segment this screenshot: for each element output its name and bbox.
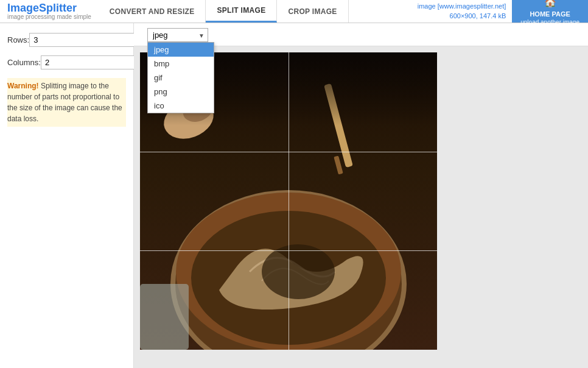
rows-field-row: Rows: [7, 33, 126, 47]
logo-title: ImageSplitter [7, 2, 91, 13]
grid-line-v1 [289, 52, 289, 350]
content-wrapper: jpeg bmp gif png ico ▼ jpeg bmp gif png … [134, 23, 588, 368]
header: ImageSplitter image processing made simp… [0, 0, 588, 23]
home-page-label: HOME PAGE [530, 10, 570, 18]
columns-label: Columns: [7, 58, 41, 67]
left-panel: Rows: Columns: Warning! Splitting image … [0, 23, 134, 368]
rows-input[interactable] [29, 33, 140, 47]
format-selector-area: jpeg bmp gif png ico ▼ jpeg bmp gif png … [147, 28, 208, 42]
warning-prefix: Warning! [7, 82, 39, 90]
home-page-button[interactable]: 🏠 HOME PAGE upload another image [512, 0, 588, 23]
logo-area: ImageSplitter image processing made simp… [0, 0, 99, 23]
rows-label: Rows: [7, 35, 29, 44]
warning-box: Warning! Splitting image to the number o… [7, 78, 126, 127]
nav-tabs: CONVERT AND RESIZE SPLIT IMAGE CROP IMAG… [99, 0, 411, 23]
svg-rect-10 [140, 284, 189, 350]
svg-point-5 [262, 244, 335, 299]
columns-field-row: Columns: [7, 55, 126, 69]
tab-crop[interactable]: CROP IMAGE [277, 0, 348, 23]
image-info-line2: 600×900, 147.4 kB [418, 12, 506, 21]
toolbar-area: jpeg bmp gif png ico ▼ jpeg bmp gif png … [134, 23, 588, 46]
format-select[interactable]: jpeg bmp gif png ico [147, 28, 208, 42]
header-right: image [www.imagesplitter.net] 600×900, 1… [411, 0, 588, 23]
format-option-png[interactable]: png [148, 85, 214, 99]
main: Rows: Columns: Warning! Splitting image … [0, 23, 588, 368]
logo-subtitle: image processing made simple [7, 13, 91, 20]
image-info: image [www.imagesplitter.net] 600×900, 1… [411, 2, 513, 21]
format-option-jpeg[interactable]: jpeg [148, 43, 214, 57]
format-option-bmp[interactable]: bmp [148, 57, 214, 71]
format-option-ico[interactable]: ico [148, 99, 214, 113]
format-select-wrapper: jpeg bmp gif png ico ▼ [147, 28, 208, 42]
tab-convert[interactable]: CONVERT AND RESIZE [99, 0, 206, 23]
home-icon: 🏠 [544, 0, 556, 9]
image-info-line1: image [www.imagesplitter.net] [418, 2, 506, 11]
format-option-gif[interactable]: gif [148, 71, 214, 85]
format-dropdown-list: jpeg bmp gif png ico [147, 42, 214, 113]
tab-split[interactable]: SPLIT IMAGE [206, 0, 277, 23]
